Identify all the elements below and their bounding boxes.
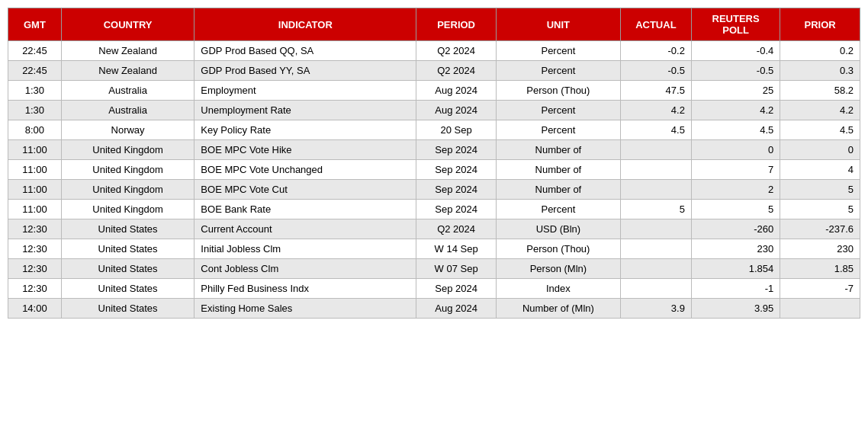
cell-reuters-poll: 25 [691,81,780,101]
cell-prior: 4 [780,160,860,180]
cell-period: Sep 2024 [416,180,497,200]
header-period: PERIOD [416,8,497,41]
cell-actual [620,219,691,239]
cell-period: Aug 2024 [416,299,497,319]
table-row: 11:00United KingdomBOE MPC Vote CutSep 2… [8,180,860,200]
cell-prior: 58.2 [780,81,860,101]
cell-gmt: 12:30 [8,259,62,279]
cell-unit: Index [496,279,620,299]
cell-country: United States [61,259,194,279]
cell-country: United Kingdom [61,200,194,219]
cell-unit: Percent [496,61,620,81]
cell-prior: 5 [780,180,860,200]
table-row: 22:45New ZealandGDP Prod Based QQ, SAQ2 … [8,41,860,61]
cell-period: Sep 2024 [416,160,497,180]
cell-actual [620,180,691,200]
cell-indicator: Initial Jobless Clm [194,239,416,259]
cell-prior: 0.2 [780,41,860,61]
cell-reuters-poll: 4.5 [691,120,780,140]
cell-unit: Person (Thou) [496,81,620,101]
cell-unit: Percent [496,120,620,140]
cell-indicator: GDP Prod Based YY, SA [194,61,416,81]
table-row: 12:30United StatesCont Jobless ClmW 07 S… [8,259,860,279]
header-reuters-poll: REUTERS POLL [691,8,780,41]
cell-prior: 4.5 [780,120,860,140]
cell-actual: 4.5 [620,120,691,140]
cell-period: Q2 2024 [416,219,497,239]
cell-actual [620,160,691,180]
cell-unit: Person (Thou) [496,239,620,259]
cell-reuters-poll: -1 [691,279,780,299]
cell-reuters-poll: 4.2 [691,101,780,120]
cell-period: Q2 2024 [416,41,497,61]
cell-country: United States [61,219,194,239]
cell-reuters-poll: 2 [691,180,780,200]
cell-actual: -0.5 [620,61,691,81]
cell-unit: Number of (Mln) [496,299,620,319]
cell-prior: 5 [780,200,860,219]
cell-period: W 14 Sep [416,239,497,259]
cell-gmt: 22:45 [8,41,62,61]
cell-reuters-poll: 0 [691,140,780,160]
cell-actual [620,239,691,259]
cell-unit: Person (Mln) [496,259,620,279]
cell-country: Australia [61,81,194,101]
cell-period: Aug 2024 [416,81,497,101]
cell-prior: 0 [780,140,860,160]
cell-period: Sep 2024 [416,140,497,160]
header-indicator: INDICATOR [194,8,416,41]
cell-country: New Zealand [61,41,194,61]
table-row: 12:30United StatesCurrent AccountQ2 2024… [8,219,860,239]
cell-indicator: Key Policy Rate [194,120,416,140]
cell-indicator: GDP Prod Based QQ, SA [194,41,416,61]
cell-reuters-poll: -0.5 [691,61,780,81]
economic-calendar-table: GMT COUNTRY INDICATOR PERIOD UNIT ACTUAL… [8,8,860,319]
cell-indicator: Unemployment Rate [194,101,416,120]
cell-prior: -7 [780,279,860,299]
table-row: 11:00United KingdomBOE Bank RateSep 2024… [8,200,860,219]
cell-gmt: 11:00 [8,160,62,180]
cell-country: United States [61,239,194,259]
cell-unit: Number of [496,160,620,180]
cell-indicator: Employment [194,81,416,101]
table-row: 14:00United StatesExisting Home SalesAug… [8,299,860,319]
cell-country: Norway [61,120,194,140]
cell-country: New Zealand [61,61,194,81]
header-gmt: GMT [8,8,62,41]
cell-reuters-poll: -0.4 [691,41,780,61]
cell-indicator: BOE MPC Vote Unchanged [194,160,416,180]
cell-period: Sep 2024 [416,279,497,299]
cell-indicator: Existing Home Sales [194,299,416,319]
cell-indicator: Current Account [194,219,416,239]
cell-gmt: 1:30 [8,81,62,101]
cell-prior: 230 [780,239,860,259]
header-actual: ACTUAL [620,8,691,41]
header-unit: UNIT [496,8,620,41]
cell-actual: 4.2 [620,101,691,120]
table-row: 1:30AustraliaEmploymentAug 2024Person (T… [8,81,860,101]
cell-country: United Kingdom [61,140,194,160]
cell-period: Q2 2024 [416,61,497,81]
cell-actual: -0.2 [620,41,691,61]
cell-indicator: BOE Bank Rate [194,200,416,219]
table-row: 12:30United StatesInitial Jobless ClmW 1… [8,239,860,259]
cell-gmt: 22:45 [8,61,62,81]
cell-prior: 1.85 [780,259,860,279]
cell-actual: 47.5 [620,81,691,101]
cell-actual [620,140,691,160]
cell-prior: 0.3 [780,61,860,81]
cell-indicator: Philly Fed Business Indx [194,279,416,299]
cell-reuters-poll: 230 [691,239,780,259]
table-row: 8:00NorwayKey Policy Rate20 SepPercent4.… [8,120,860,140]
cell-gmt: 12:30 [8,219,62,239]
cell-period: Aug 2024 [416,101,497,120]
cell-country: United Kingdom [61,160,194,180]
cell-gmt: 12:30 [8,279,62,299]
cell-country: United States [61,279,194,299]
header-country: COUNTRY [61,8,194,41]
cell-unit: Percent [496,101,620,120]
cell-gmt: 11:00 [8,200,62,219]
cell-unit: Number of [496,140,620,160]
table-row: 11:00United KingdomBOE MPC Vote HikeSep … [8,140,860,160]
cell-reuters-poll: 5 [691,200,780,219]
